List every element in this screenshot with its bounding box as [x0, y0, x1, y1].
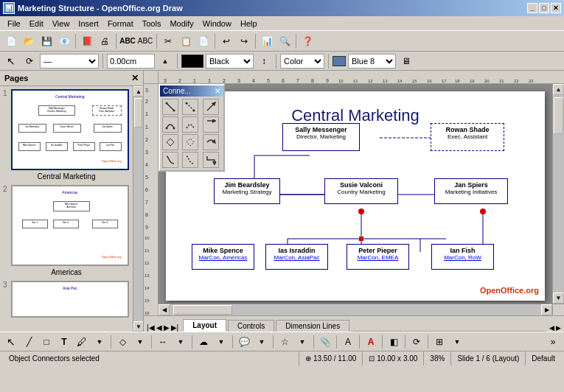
open-button[interactable]: 📂 [21, 33, 37, 49]
copy-button[interactable]: 📋 [178, 33, 194, 49]
menu-window[interactable]: Window [198, 18, 236, 29]
curve-dropdown[interactable]: ▼ [91, 334, 108, 350]
star-dropdown[interactable]: ▼ [294, 334, 310, 350]
page-item-1[interactable]: 1 Central Marketing Sally MessengerDirec… [3, 89, 130, 181]
menu-insert[interactable]: Insert [74, 18, 103, 29]
color-name-select[interactable]: Black [206, 54, 254, 69]
text-tool[interactable]: T [56, 334, 72, 350]
connector-btn-10[interactable] [162, 152, 178, 168]
save-button[interactable]: 💾 [38, 33, 55, 49]
color-picker[interactable]: ↕ [256, 53, 272, 69]
page-thumbnail-1[interactable]: Central Marketing Sally MessengerDirecto… [11, 89, 129, 170]
align-tool[interactable]: ⊞ [431, 334, 448, 350]
chart-button[interactable]: 📊 [259, 33, 275, 49]
arrow-dropdown[interactable]: ▼ [173, 334, 189, 350]
connector-toolbar-close[interactable]: ✕ [215, 87, 220, 95]
shape-dropdown[interactable]: ▼ [132, 334, 148, 350]
curve-tool[interactable]: 🖊 [74, 334, 90, 350]
pages-scroll-up[interactable]: ▲ [133, 86, 143, 97]
fill-picker[interactable]: 🖥 [398, 53, 414, 69]
text-format-tool[interactable]: A [340, 334, 356, 350]
select-tool[interactable]: ↖ [3, 53, 19, 69]
menu-view[interactable]: View [48, 18, 74, 29]
menu-format[interactable]: Format [103, 18, 138, 29]
minimize-button[interactable]: _ [527, 3, 537, 13]
snap-tool[interactable]: 📎 [317, 334, 333, 350]
connector-toolbar-header[interactable]: Conne... ✕ [160, 85, 223, 97]
tab-next-button[interactable]: ▶ [164, 323, 170, 332]
spellcheck-button[interactable]: ABC [119, 33, 136, 49]
connector-btn-1[interactable] [162, 99, 178, 115]
flowchart-dropdown[interactable]: ▼ [213, 334, 229, 350]
email-button[interactable]: 📧 [56, 33, 72, 49]
connector-btn-12[interactable] [203, 152, 219, 168]
page-item-3[interactable]: 3 Asia Pac [3, 281, 130, 318]
connector-btn-6[interactable] [203, 116, 219, 133]
new-button[interactable]: 📄 [3, 33, 19, 49]
horizontal-scrollbar[interactable]: ◀ ▶ [159, 304, 552, 315]
page-item-2[interactable]: 2 Americas Mike SpenceAmericas Box 1 Box… [3, 185, 130, 276]
arrow-tool[interactable]: ↔ [155, 334, 171, 350]
size-up[interactable]: ▲ [157, 53, 173, 69]
zoom-button[interactable]: 🔍 [276, 33, 293, 49]
menu-file[interactable]: File [3, 18, 25, 29]
autocorrect-button[interactable]: ABC [137, 33, 153, 49]
tab-layout[interactable]: Layout [183, 319, 226, 332]
fill-color-select[interactable]: Blue 8 [348, 54, 396, 69]
hscroll-left-button[interactable]: ◀ [159, 304, 170, 315]
tab-last-button[interactable]: ▶| [171, 323, 179, 332]
vscroll-up-button[interactable]: ▲ [553, 84, 564, 95]
menu-modify[interactable]: Modify [165, 18, 198, 29]
rectangle-tool[interactable]: □ [38, 334, 55, 350]
cut-button[interactable]: ✂ [160, 33, 176, 49]
align-dropdown[interactable]: ▼ [449, 334, 465, 350]
menu-tools[interactable]: Tools [138, 18, 166, 29]
tab-dimension-lines[interactable]: Dimension Lines [276, 320, 349, 332]
rotate-effect-tool[interactable]: ⟳ [408, 334, 425, 350]
tab-controls[interactable]: Controls [228, 320, 274, 332]
flowchart-tool[interactable]: ☁ [195, 334, 212, 350]
export-pdf-button[interactable]: 📕 [79, 33, 95, 49]
callout-tool[interactable]: 💬 [236, 334, 252, 350]
connector-btn-8[interactable] [182, 134, 198, 150]
menu-edit[interactable]: Edit [25, 18, 48, 29]
pages-scroll-down[interactable]: ▼ [133, 321, 143, 332]
pages-close-button[interactable]: ✕ [131, 73, 139, 83]
connector-btn-5[interactable] [182, 116, 198, 133]
more-tools[interactable]: » [545, 334, 561, 350]
select-arrow-tool[interactable]: ↖ [3, 334, 19, 350]
connector-btn-9[interactable] [203, 134, 219, 150]
page-forward-btn[interactable]: ▶ [556, 324, 561, 332]
pages-scrollbar[interactable]: ▲ ▼ [133, 86, 143, 332]
tab-first-button[interactable]: |◀ [147, 323, 155, 332]
size-input[interactable]: 0.00cm [107, 54, 155, 69]
line-tool[interactable]: ╱ [21, 334, 37, 350]
help-button[interactable]: ❓ [299, 33, 316, 49]
star-tool[interactable]: ☆ [276, 334, 293, 350]
undo-button[interactable]: ↩ [218, 33, 234, 49]
close-button[interactable]: ✕ [551, 3, 561, 13]
print-button[interactable]: 🖨 [97, 33, 113, 49]
shadow-tool[interactable]: ◧ [386, 334, 402, 350]
connector-btn-2[interactable] [182, 99, 198, 115]
color-style-select[interactable]: Color [280, 54, 324, 69]
page-thumbnail-3[interactable]: Asia Pac [11, 281, 129, 318]
maximize-button[interactable]: □ [539, 3, 549, 13]
vertical-scrollbar[interactable]: ▲ ▼ [552, 84, 564, 304]
connector-btn-4[interactable] [162, 116, 178, 133]
connector-btn-11[interactable] [182, 152, 198, 168]
connector-btn-3[interactable] [203, 99, 219, 115]
hscroll-right-button[interactable]: ▶ [541, 304, 552, 315]
rotate-tool[interactable]: ⟳ [21, 53, 38, 69]
fontwork-tool[interactable]: A [363, 334, 379, 350]
paste-button[interactable]: 📄 [195, 33, 212, 49]
page-back-btn[interactable]: ◀ [549, 324, 554, 332]
shape-tool[interactable]: ◇ [114, 334, 130, 350]
menu-help[interactable]: Help [236, 18, 262, 29]
vscroll-thumb[interactable] [554, 97, 563, 134]
connector-btn-7[interactable] [162, 134, 178, 150]
redo-button[interactable]: ↪ [236, 33, 252, 49]
pages-scroll-thumb[interactable] [134, 98, 142, 127]
callout-dropdown[interactable]: ▼ [254, 334, 270, 350]
tab-prev-button[interactable]: ◀ [156, 323, 162, 332]
